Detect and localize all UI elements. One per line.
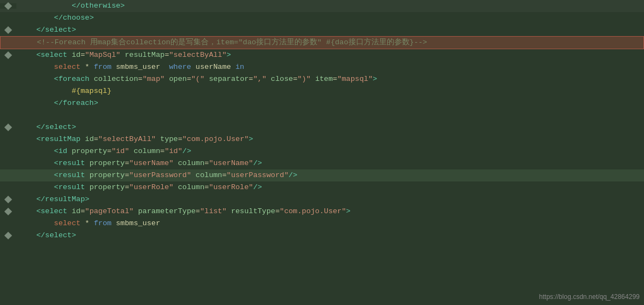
code-token: > bbox=[94, 99, 98, 107]
code-token: userName bbox=[191, 63, 235, 71]
line-content: </resultMap> bbox=[16, 193, 644, 206]
code-token: </ bbox=[19, 99, 63, 107]
code-token: "mapsql" bbox=[337, 75, 373, 83]
diamond-icon bbox=[4, 208, 12, 215]
diamond-icon bbox=[4, 196, 12, 203]
code-token: < bbox=[19, 183, 58, 191]
line-gutter bbox=[0, 52, 16, 58]
code-token: result bbox=[58, 183, 85, 191]
code-token: "list" bbox=[200, 207, 227, 215]
code-token: column bbox=[129, 147, 161, 155]
line-content: <select id="pageTotal" parameterType="li… bbox=[16, 206, 644, 218]
code-token: < bbox=[19, 51, 41, 59]
code-token: smbms_user bbox=[111, 63, 169, 71]
code-token: * bbox=[80, 63, 93, 71]
code-token: result bbox=[58, 159, 85, 167]
line-content: select * from smbms_user where userName … bbox=[16, 61, 644, 73]
code-token: </ bbox=[19, 14, 63, 22]
code-token: choose bbox=[63, 14, 90, 22]
code-token: /> bbox=[182, 147, 191, 155]
code-token: column bbox=[174, 183, 205, 191]
diamond-icon bbox=[4, 124, 12, 131]
code-token: from bbox=[94, 219, 111, 227]
code-token: resultType bbox=[227, 207, 275, 215]
line-gutter bbox=[0, 125, 16, 130]
diamond-icon bbox=[4, 26, 12, 34]
line-content: <select id="MapSql" resultMap="selectByA… bbox=[16, 49, 644, 61]
code-line: </select> bbox=[0, 24, 644, 36]
code-token: "(" bbox=[191, 75, 204, 83]
code-token: > bbox=[72, 231, 76, 239]
code-token bbox=[19, 111, 36, 119]
code-token: ")" bbox=[297, 75, 310, 83]
line-content: <!--Foreach 用map集合collection的是写集合，item="… bbox=[17, 37, 643, 49]
code-token: = bbox=[80, 207, 85, 215]
code-token: = bbox=[125, 159, 129, 167]
code-token: id bbox=[58, 147, 67, 155]
code-token: "map" bbox=[143, 75, 165, 83]
diamond-icon bbox=[4, 2, 12, 10]
code-token: "com.pojo.User" bbox=[182, 135, 249, 143]
code-token: property bbox=[85, 159, 125, 167]
code-token: #{mapsql} bbox=[19, 87, 111, 95]
code-token: "pageTotal" bbox=[85, 207, 134, 215]
code-token: > bbox=[249, 135, 253, 143]
line-content: </select> bbox=[16, 121, 644, 133]
code-token: select bbox=[45, 26, 72, 34]
line-content: <resultMap id="selectByAll" type="com.po… bbox=[16, 133, 644, 145]
code-token: > bbox=[346, 207, 351, 215]
code-token: /> bbox=[253, 159, 262, 167]
code-token: "id" bbox=[164, 147, 182, 155]
code-token: /> bbox=[253, 183, 262, 191]
code-token: </ bbox=[19, 195, 45, 203]
code-token: = bbox=[80, 51, 85, 59]
code-token: < bbox=[19, 171, 58, 179]
code-token: = bbox=[125, 183, 129, 191]
line-content: #{mapsql} bbox=[16, 85, 644, 97]
code-token: resultMap bbox=[41, 135, 81, 143]
code-token: id bbox=[67, 207, 80, 215]
diamond-icon bbox=[4, 51, 12, 59]
line-content bbox=[16, 109, 644, 121]
line-gutter bbox=[0, 233, 16, 238]
code-token: select bbox=[45, 123, 72, 131]
code-token: > bbox=[72, 26, 76, 34]
code-line: <resultMap id="selectByAll" type="com.po… bbox=[0, 133, 644, 145]
code-line: #{mapsql} bbox=[0, 85, 644, 97]
code-token: parameterType bbox=[134, 207, 196, 215]
code-token bbox=[19, 63, 54, 71]
code-token: "," bbox=[253, 75, 266, 83]
code-line: <id property="id" column="id"/> bbox=[0, 145, 644, 157]
code-token: separator bbox=[204, 75, 249, 83]
code-token: "com.pojo.User" bbox=[280, 207, 346, 215]
code-token: < bbox=[19, 207, 41, 215]
code-line: select * from smbms_user bbox=[0, 218, 644, 230]
code-token: resultMap bbox=[45, 195, 85, 203]
code-token: foreach bbox=[63, 99, 94, 107]
code-token: "userName" bbox=[129, 159, 174, 167]
code-token: column bbox=[191, 171, 222, 179]
code-line: <select id="pageTotal" parameterType="li… bbox=[0, 206, 644, 218]
code-token: > bbox=[373, 75, 377, 83]
code-line: <foreach collection="map" open="(" separ… bbox=[0, 73, 644, 85]
code-line: <result property="userPassword" column="… bbox=[0, 169, 644, 181]
code-line: </select> bbox=[0, 230, 644, 242]
code-token: "id" bbox=[111, 147, 129, 155]
code-token: id bbox=[80, 135, 93, 143]
code-token: foreach bbox=[58, 75, 90, 83]
code-token: where bbox=[169, 63, 191, 71]
code-line bbox=[0, 109, 644, 121]
code-token: open bbox=[164, 75, 187, 83]
code-token: > bbox=[85, 195, 90, 203]
code-line: </otherwise> bbox=[0, 0, 644, 12]
code-token: <!--Foreach 用map集合collection的是写集合，item="… bbox=[19, 38, 427, 46]
code-token: "userRole" bbox=[209, 183, 253, 191]
line-gutter bbox=[0, 209, 16, 214]
code-token: resultMap bbox=[120, 51, 164, 59]
code-token: > bbox=[227, 51, 231, 59]
code-token: "userRole" bbox=[129, 183, 174, 191]
code-token: </ bbox=[19, 231, 45, 239]
code-line: <select id="MapSql" resultMap="selectByA… bbox=[0, 49, 644, 61]
code-token: result bbox=[58, 171, 85, 179]
code-token: select bbox=[45, 231, 72, 239]
